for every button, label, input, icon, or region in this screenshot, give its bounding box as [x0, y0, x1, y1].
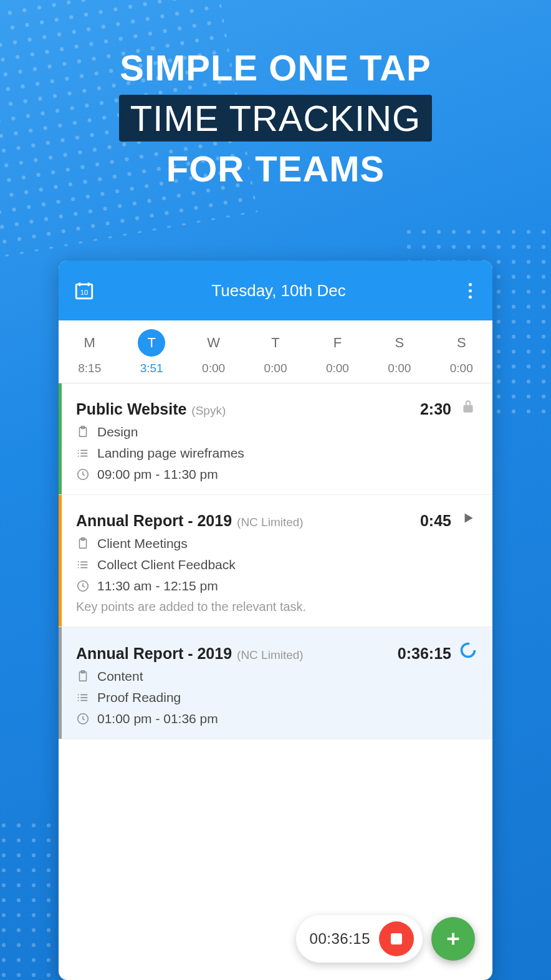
hero-line-3: FOR TEAMS	[0, 148, 551, 190]
add-button[interactable]	[431, 917, 475, 961]
clock-icon	[76, 579, 90, 593]
week-day-time: 0:00	[183, 362, 244, 375]
week-day-4[interactable]: F0:00	[307, 320, 368, 383]
list-icon	[76, 691, 90, 704]
appbar: 10 Tuesday, 10th Dec	[59, 261, 492, 320]
svg-point-11	[78, 456, 79, 457]
entry-client: (NC Limited)	[237, 516, 304, 529]
time-entry[interactable]: Public Website(Spyk)2:30DesignLanding pa…	[59, 383, 492, 495]
week-day-label: W	[200, 329, 228, 357]
time-entry[interactable]: Annual Report - 2019(NC Limited)0:36:15C…	[59, 627, 492, 739]
entry-category: Client Meetings	[97, 536, 188, 551]
svg-point-29	[78, 697, 79, 698]
week-day-label: S	[448, 329, 475, 357]
svg-point-9	[78, 450, 79, 451]
week-day-time: 0:00	[368, 362, 430, 375]
entry-project: Annual Report - 2019	[76, 645, 232, 663]
week-day-3[interactable]: T0:00	[244, 320, 306, 383]
entry-note: Key points are added to the relevant tas…	[76, 600, 477, 614]
app-screen: 10 Tuesday, 10th Dec M8:15T3:51W0:00T0:0…	[59, 261, 492, 980]
clock-icon	[76, 712, 90, 726]
week-day-time: 0:00	[244, 362, 306, 375]
list-icon	[76, 558, 90, 572]
week-day-1[interactable]: T3:51	[120, 320, 182, 383]
week-bar: M8:15T3:51W0:00T0:00F0:00S0:00S0:00	[59, 320, 492, 383]
entry-project: Public Website	[76, 400, 186, 418]
week-day-time: 3:51	[120, 362, 182, 375]
svg-point-18	[78, 562, 79, 563]
calendar-icon[interactable]: 10	[74, 280, 95, 301]
clock-icon	[76, 468, 90, 481]
appbar-date[interactable]: Tuesday, 10th Dec	[95, 281, 462, 300]
svg-text:10: 10	[80, 289, 89, 296]
entry-time-range: 09:00 pm - 11:30 pm	[97, 467, 218, 482]
entry-client: (Spyk)	[191, 404, 226, 418]
entry-task: Landing page wireframes	[97, 446, 244, 461]
week-day-label: M	[76, 329, 103, 357]
timer-pill[interactable]: 00:36:15	[296, 915, 423, 963]
time-entry[interactable]: Annual Report - 2019(NC Limited)0:45Clie…	[59, 495, 492, 627]
entry-duration: 0:36:15	[398, 645, 451, 663]
clipboard-icon	[76, 537, 90, 550]
hero-heading: SIMPLE ONE TAP TIME TRACKING FOR TEAMS	[0, 0, 551, 190]
entry-task: Proof Reading	[97, 690, 181, 705]
entry-client: (NC Limited)	[237, 648, 304, 662]
entry-project: Annual Report - 2019	[76, 512, 232, 530]
hero-line-2: TIME TRACKING	[119, 95, 432, 142]
running-icon[interactable]	[459, 641, 477, 660]
entry-color-bar	[59, 495, 62, 627]
week-day-label: T	[138, 329, 165, 357]
entry-category: Design	[97, 425, 138, 440]
clipboard-icon	[76, 425, 90, 439]
week-day-time: 8:15	[59, 362, 120, 375]
list-icon	[76, 446, 90, 460]
week-day-5[interactable]: S0:00	[368, 320, 430, 383]
stop-button[interactable]	[379, 921, 414, 956]
timer-elapsed: 00:36:15	[310, 930, 370, 948]
entry-duration: 0:45	[420, 512, 451, 530]
entry-time-range: 11:30 am - 12:15 pm	[97, 579, 218, 593]
week-day-0[interactable]: M8:15	[59, 320, 120, 383]
week-day-label: S	[386, 329, 413, 357]
week-day-label: F	[323, 329, 351, 357]
week-day-6[interactable]: S0:00	[431, 320, 492, 383]
hero-line-1: SIMPLE ONE TAP	[0, 47, 551, 89]
entry-duration: 2:30	[420, 400, 451, 418]
svg-point-20	[78, 567, 79, 569]
entry-color-bar	[59, 627, 62, 739]
entry-color-bar	[59, 383, 62, 494]
entry-category: Content	[97, 669, 143, 684]
menu-overflow-icon[interactable]	[462, 283, 477, 299]
play-icon[interactable]	[459, 509, 477, 527]
entry-task: Collect Client Feedback	[97, 557, 236, 572]
entry-time-range: 01:00 pm - 01:36 pm	[97, 711, 218, 726]
svg-point-10	[78, 453, 79, 454]
stop-icon	[391, 933, 402, 944]
svg-point-19	[78, 564, 79, 565]
fab-row: 00:36:15	[296, 915, 475, 963]
svg-point-22	[462, 644, 475, 657]
week-day-label: T	[262, 329, 289, 357]
week-day-time: 0:00	[431, 362, 492, 375]
svg-point-30	[78, 700, 79, 701]
clipboard-icon	[76, 670, 90, 683]
lock-icon	[459, 397, 477, 416]
plus-icon	[443, 929, 463, 949]
week-day-time: 0:00	[307, 362, 368, 375]
svg-point-28	[78, 694, 79, 696]
week-day-2[interactable]: W0:00	[183, 320, 244, 383]
